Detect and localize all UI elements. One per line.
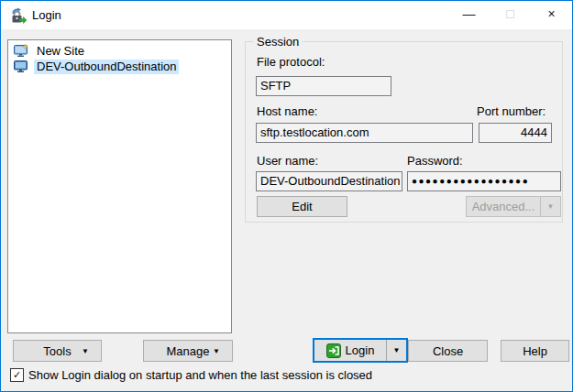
- titlebar[interactable]: Login — □ ×: [1, 1, 572, 29]
- advanced-split-button: Advanced... ▼: [466, 196, 561, 217]
- password-field[interactable]: ●●●●●●●●●●●●●●●●●: [407, 171, 561, 191]
- session-group: Session File protocol: SFTP Host name: s…: [245, 41, 563, 223]
- login-dialog-window: Login — □ × New Site DEV-O: [0, 0, 573, 392]
- login-button[interactable]: Login: [314, 340, 386, 361]
- close-icon[interactable]: ×: [531, 1, 572, 29]
- tools-button[interactable]: Tools ▼: [13, 340, 102, 362]
- close-button[interactable]: Close: [408, 340, 488, 362]
- new-site-monitor-icon: [14, 44, 28, 58]
- chevron-down-icon: ▼: [393, 346, 401, 354]
- user-name-label: User name:: [257, 154, 318, 168]
- checkmark-icon: ✓: [13, 369, 21, 380]
- chevron-down-icon: ▼: [82, 341, 89, 362]
- site-list-item-new-site[interactable]: New Site: [8, 43, 231, 59]
- advanced-dropdown-button: ▼: [540, 197, 560, 216]
- port-number-label: Port number:: [477, 104, 545, 118]
- help-button[interactable]: Help: [501, 340, 569, 362]
- window-title: Login: [32, 1, 61, 29]
- password-label: Password:: [407, 154, 463, 168]
- advanced-button: Advanced...: [467, 197, 540, 216]
- login-split-button[interactable]: Login ▼: [313, 338, 408, 363]
- winscp-lock-icon: [10, 7, 27, 24]
- site-list-item-label[interactable]: DEV-OutboundDestination: [34, 60, 179, 74]
- site-list[interactable]: New Site DEV-OutboundDestination: [7, 39, 232, 333]
- file-protocol-label: File protocol:: [257, 55, 325, 69]
- chevron-down-icon: ▼: [547, 202, 555, 211]
- maximize-icon: □: [490, 1, 531, 29]
- login-icon: [326, 343, 341, 358]
- port-number-field[interactable]: 4444: [479, 123, 552, 143]
- file-protocol-field[interactable]: SFTP: [256, 76, 391, 96]
- manage-button[interactable]: Manage ▼: [143, 340, 233, 362]
- startup-checkbox[interactable]: ✓: [10, 368, 24, 382]
- site-list-item-dev-outbounddestination[interactable]: DEV-OutboundDestination: [8, 59, 231, 74]
- site-list-item-label[interactable]: New Site: [34, 44, 87, 59]
- host-name-field[interactable]: sftp.testlocation.com: [256, 123, 473, 143]
- edit-button[interactable]: Edit: [257, 196, 347, 217]
- user-name-field[interactable]: DEV-OutboundDestination: [256, 171, 402, 191]
- host-name-label: Host name:: [257, 104, 317, 118]
- startup-checkbox-label: Show Login dialog on startup and when th…: [28, 368, 372, 382]
- minimize-icon[interactable]: —: [448, 1, 490, 29]
- site-monitor-icon: [14, 60, 28, 73]
- login-dropdown-button[interactable]: ▼: [386, 340, 406, 361]
- startup-checkbox-row[interactable]: ✓ Show Login dialog on startup and when …: [10, 368, 372, 382]
- session-group-label: Session: [253, 35, 303, 49]
- chevron-down-icon: ▼: [213, 341, 220, 362]
